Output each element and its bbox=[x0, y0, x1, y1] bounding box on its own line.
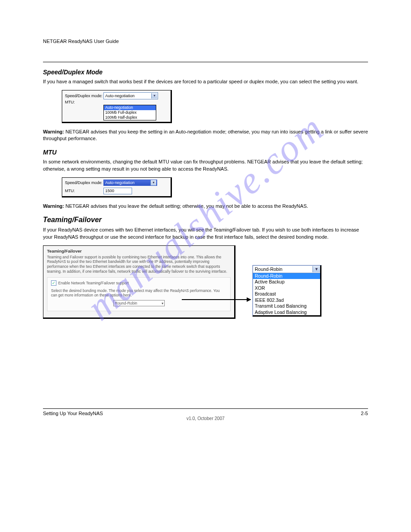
opt-broadcast[interactable]: Broadcast bbox=[253, 291, 320, 297]
teaming-heading: Teaming/Failover bbox=[43, 216, 368, 224]
arrow-indicator bbox=[182, 299, 251, 300]
panel-speed-duplex-open: Speed/Duplex mode: Auto-negotiation ▾ MT… bbox=[62, 90, 172, 123]
footer-pagenum: 2-5 bbox=[361, 411, 368, 416]
tf-desc: Teaming and Failover support is possible… bbox=[47, 255, 231, 274]
tf-inner: ✓ Enable Network Teaming/Failover suppor… bbox=[47, 277, 231, 311]
enable-teaming-checkbox[interactable]: ✓ bbox=[51, 280, 56, 286]
section-speed-title: Speed/Duplex Mode bbox=[43, 69, 368, 76]
tf-instruction: Select the desired bonding mode. The mod… bbox=[51, 288, 227, 297]
page-header: NETGEAR ReadyNAS User Guide bbox=[43, 39, 368, 44]
warning-label-2: Warning: bbox=[43, 203, 64, 209]
label-speed-1: Speed/Duplex mode: bbox=[65, 94, 103, 98]
opt-xor[interactable]: XOR bbox=[253, 285, 320, 292]
bonding-mode-select[interactable]: Round-Robin ▾ bbox=[113, 300, 165, 306]
header-rule bbox=[43, 62, 368, 62]
opt-round-robin[interactable]: Round-Robin bbox=[253, 273, 320, 279]
warning-speed: Warning: NETGEAR advises that you keep t… bbox=[43, 129, 368, 142]
warning-speed-text: NETGEAR advises that you keep the settin… bbox=[43, 129, 368, 141]
bonding-top-value: Round-Robin bbox=[255, 266, 283, 272]
label-mtu-1: MTU: bbox=[65, 100, 103, 104]
footer-version: v1.0, October 2007 bbox=[43, 416, 368, 421]
panel-teaming: Teaming/Failover Teaming and Failover su… bbox=[43, 245, 235, 319]
section-mtu-title: MTU bbox=[43, 149, 368, 156]
enable-teaming-label: Enable Network Teaming/Failover support bbox=[58, 281, 129, 285]
tf-title: Teaming/Failover bbox=[47, 249, 231, 253]
speed-select-1-value: Auto-negotiation bbox=[105, 94, 135, 98]
label-speed-2: Speed/Duplex mode: bbox=[65, 180, 103, 185]
section-mtu-text: In some network environments, changing t… bbox=[43, 159, 368, 173]
opt-100-full[interactable]: 100Mb Full-duplex bbox=[104, 110, 156, 115]
opt-100-half[interactable]: 100Mb Half-duplex bbox=[104, 115, 156, 120]
chevron-down-icon[interactable]: ▼ bbox=[313, 266, 320, 272]
speed-select-1-options[interactable]: Auto-negotiation 100Mb Full-duplex 100Mb… bbox=[103, 105, 156, 120]
opt-ieee-8023ad[interactable]: IEEE 802.3ad bbox=[253, 297, 320, 304]
warning-mtu-text: NETGEAR advises that you leave the defau… bbox=[65, 203, 308, 209]
label-mtu-2: MTU: bbox=[65, 189, 103, 193]
mtu-input[interactable]: 1500 bbox=[103, 188, 132, 194]
opt-active-backup[interactable]: Active Backup bbox=[253, 279, 320, 285]
panel-speed-mtu: Speed/Duplex mode: Auto-negotiation ▾ MT… bbox=[62, 177, 172, 197]
speed-select-2-value: Auto-negotiation bbox=[105, 180, 135, 185]
chevron-down-icon: ▾ bbox=[150, 180, 156, 185]
bonding-mode-value: Round-Robin bbox=[115, 301, 137, 305]
chevron-down-icon: ▾ bbox=[162, 301, 164, 305]
section-speed-text: If you have a managed switch that works … bbox=[43, 78, 368, 86]
opt-adaptive-load-balancing[interactable]: Adaptive Load Balancing bbox=[253, 309, 320, 316]
warning-label: Warning: bbox=[43, 129, 64, 134]
chevron-down-icon: ▾ bbox=[151, 93, 157, 99]
warning-mtu: Warning: NETGEAR advises that you leave … bbox=[43, 203, 368, 210]
speed-select-1[interactable]: Auto-negotiation ▾ bbox=[103, 92, 158, 99]
opt-auto-neg[interactable]: Auto-negotiation bbox=[104, 105, 156, 110]
opt-tx-load-balancing[interactable]: Transmit Load Balancing bbox=[253, 303, 320, 309]
header-left: NETGEAR ReadyNAS User Guide bbox=[43, 39, 119, 44]
speed-select-2[interactable]: Auto-negotiation ▾ bbox=[103, 180, 157, 186]
teaming-intro: If your ReadyNAS device comes with two E… bbox=[43, 227, 368, 241]
footer-chapter: Setting Up Your ReadyNAS bbox=[43, 411, 103, 416]
bonding-mode-options-enlarged: Round-Robin ▼ Round-Robin Active Backup … bbox=[253, 265, 321, 317]
page-footer: Setting Up Your ReadyNAS 2-5 v1.0, Octob… bbox=[43, 408, 368, 421]
